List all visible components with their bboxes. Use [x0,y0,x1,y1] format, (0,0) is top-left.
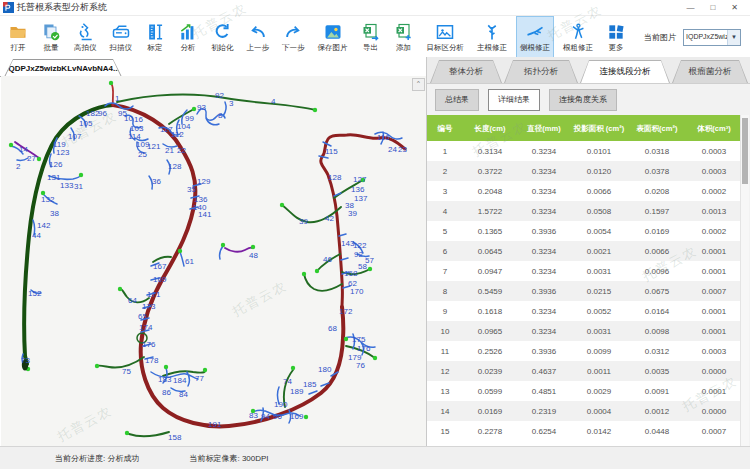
detailed-result-button[interactable]: 详细结果 [488,89,540,111]
root-segment-label: 92 [354,250,363,259]
table-cell: 1 [427,141,463,161]
root-segment-label: 22 [177,146,186,155]
target-area-analysis-button[interactable]: 目标区分析 [423,16,469,58]
table-row[interactable]: 140.01690.23190.00040.00120.0000 [427,401,740,421]
table-cell: 0.3234 [517,241,571,261]
root-segment-label: 170 [350,287,364,296]
root-segment-label: 94 [261,412,270,421]
table-scrollbar-thumb[interactable] [742,118,748,184]
root-tip-stub [111,83,113,105]
next-step-button[interactable]: 下一步 [278,16,309,58]
table-row[interactable]: 41.57220.32340.05080.15970.0013 [427,201,740,221]
root-segment-label: 39 [299,217,308,226]
table-row[interactable]: 60.06450.32340.00210.00660.0001 [427,241,740,261]
table-cell: 6 [427,241,463,261]
document-tab[interactable]: IQDPJxZ5wizbKLvNAvbNA4... [4,59,122,77]
undo-arrow-icon [248,22,268,42]
root-diameter-icon [568,22,588,42]
window-title: 托普根系表型分析系统 [17,1,107,14]
tab-label: 根瘤菌分析 [673,61,747,83]
add-button[interactable]: 添加 [390,16,418,58]
root-segment-label: 190 [274,400,288,409]
tab-nodule-analysis[interactable]: 根瘤菌分析 [672,60,748,83]
root-segment-label: 172 [339,307,353,316]
reset-refresh-icon [212,22,232,42]
previous-step-button[interactable]: 上一步 [243,16,274,58]
table-cell: 0.0054 [571,221,627,241]
table-row[interactable]: 20.37220.32340.01200.03780.0003 [427,161,740,181]
table-row[interactable]: 10.31340.32340.01010.03180.0003 [427,141,740,161]
segment-table-head-row: 编号长度(cm)直径(mm)投影面积 (cm²)表面积(cm²)体积(cm³) [427,115,740,141]
save-image-button[interactable]: 保存图片 [314,16,352,58]
toolbar-item-label: 分析 [181,43,196,53]
toolbar-item-label: 导出 [363,43,378,53]
main-root-correction-button[interactable]: 主根修正 [473,16,511,58]
table-cell: 4 [427,201,463,221]
table-cell: 0.0098 [627,321,687,341]
root-diameter-correction-button[interactable]: 根粗修正 [559,16,597,58]
more-button[interactable]: 更多 [602,16,630,58]
table-row[interactable]: 130.05990.48510.00290.00910.0001 [427,381,740,401]
batch-button[interactable]: 批量 [37,16,65,58]
root-segment-label: 178 [145,356,159,365]
minimize-button[interactable]: — [686,3,694,12]
table-scrollbar[interactable] [740,115,749,446]
table-cell: 0.0066 [627,241,687,261]
table-cell: 0.0031 [571,261,627,281]
table-cell: 0.3936 [517,341,571,361]
current-image-dropdown[interactable]: IQDPJxZ5wizb ▼ [683,29,741,46]
analyze-button[interactable]: 分析 [174,16,202,58]
root-segment-label: 169 [290,412,304,421]
table-row[interactable]: 70.09470.32340.00310.00960.0001 [427,261,740,281]
chevron-down-icon[interactable]: ▼ [727,30,740,45]
table-row[interactable]: 120.02390.46370.00110.00350.0000 [427,361,740,381]
table-cell: 0.0965 [463,321,517,341]
calibrate-ruler-icon [145,22,165,42]
root-segment-label: 2 [16,162,21,171]
close-button[interactable]: ✕ [731,3,738,12]
table-row[interactable]: 90.16180.32340.00520.01640.0001 [427,301,740,321]
segment-table: 编号长度(cm)直径(mm)投影面积 (cm²)表面积(cm²)体积(cm³) … [427,115,740,441]
table-cell: 3 [427,181,463,201]
maximize-button[interactable]: □ [710,3,715,12]
table-row[interactable]: 50.13650.39360.00540.01690.0002 [427,221,740,241]
root-visualization[interactable]: 1969592384939910418210510711912312613113… [1,76,426,447]
table-cell: 0.0021 [571,241,627,261]
tab-topology-analysis[interactable]: 拓扑分析 [504,60,578,83]
table-cell: 0.0035 [627,361,687,381]
table-cell: 0.0002 [687,221,740,241]
toolbar: 打开 批量 高拍仪 扫描仪 [0,16,750,59]
open-button[interactable]: 打开 [4,16,32,58]
root-segment-label: 1 [115,94,120,103]
root-segment-label: 3 [229,99,234,108]
tab-segment-analysis[interactable]: 连接线段分析 [580,60,670,83]
scanner-button[interactable]: 扫描仪 [106,16,137,58]
panel-scroll-up-button[interactable]: ^ [412,78,425,91]
analyze-chart-icon [178,22,198,42]
column-header: 投影面积 (cm²) [571,115,627,141]
calibrate-button[interactable]: 标定 [141,16,169,58]
column-header: 体积(cm³) [687,115,740,141]
table-row[interactable]: 80.54590.39360.02150.06750.0007 [427,281,740,301]
table-cell: 0.1618 [463,301,517,321]
table-cell: 0.0003 [687,141,740,161]
table-row[interactable]: 100.09650.32340.00310.00980.0001 [427,321,740,341]
table-cell: 0.3936 [517,221,571,241]
table-row[interactable]: 30.20480.32340.00660.02080.0002 [427,181,740,201]
table-cell: 0.0001 [687,381,740,401]
lateral-root-correction-button[interactable]: 侧根修正 [516,16,554,58]
table-row[interactable]: 150.22780.62540.01420.04480.0007 [427,421,740,441]
export-button[interactable]: 导出 [357,16,385,58]
toolbar-item-label: 高拍仪 [74,43,97,53]
tab-overall-analysis[interactable]: 整体分析 [430,60,502,83]
initialize-button[interactable]: 初始化 [207,16,238,58]
table-cell: 0.3722 [463,161,517,181]
root-image-area[interactable]: 1969592384939910418210510711912312613113… [1,76,426,447]
table-row[interactable]: 110.25260.39360.00990.03120.0003 [427,341,740,361]
table-cell: 0.0004 [571,401,627,421]
total-result-button[interactable]: 总结果 [435,89,479,111]
connection-angle-button[interactable]: 连接角度关系 [549,89,617,111]
toolbar-item-label: 下一步 [282,43,305,53]
analysis-tabs: 整体分析 拓扑分析 连接线段分析 根瘤菌分析 [427,57,750,84]
doc-camera-button[interactable]: 高拍仪 [70,16,101,58]
